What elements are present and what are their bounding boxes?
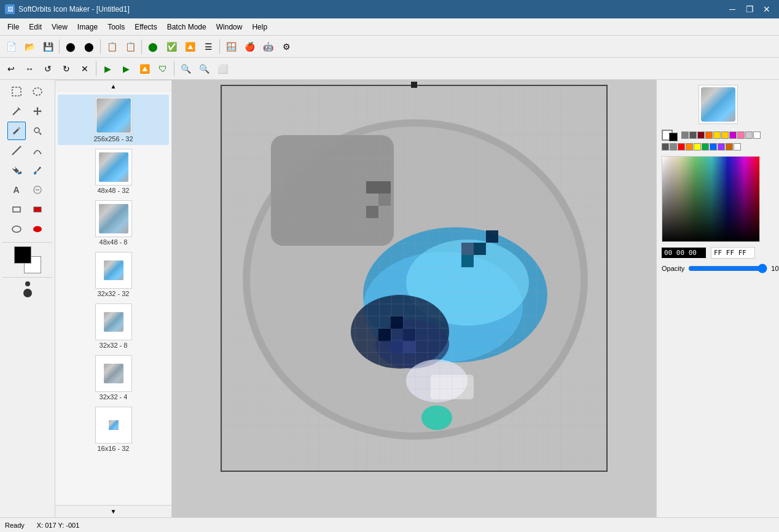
prev-button[interactable]: 🔼 xyxy=(136,60,153,77)
play2-button[interactable]: ▶ xyxy=(117,60,135,77)
rotate-ccw-button[interactable]: ↺ xyxy=(39,60,57,77)
close-button[interactable]: ✕ xyxy=(759,2,774,17)
tb-windows-icon[interactable]: 🪟 xyxy=(222,38,240,55)
icon-item-32-8[interactable]: 32x32 - 8 xyxy=(58,301,169,351)
menu-item-effects[interactable]: Effects xyxy=(130,20,162,34)
pal-yellow[interactable] xyxy=(713,131,721,139)
bg-hex-input[interactable] xyxy=(711,247,755,259)
pal-gold[interactable] xyxy=(721,131,729,139)
pal-orange[interactable] xyxy=(705,131,713,139)
color-picker[interactable] xyxy=(662,156,760,242)
menu-item-image[interactable]: Image xyxy=(72,20,103,34)
svg-line-6 xyxy=(12,146,21,155)
rotate-cw-button[interactable]: ↻ xyxy=(58,60,75,77)
fit-button[interactable]: ⬜ xyxy=(214,60,231,77)
menu-item-window[interactable]: Window xyxy=(211,20,248,34)
fg-bg-colors[interactable] xyxy=(14,246,41,273)
blur-tool[interactable] xyxy=(28,181,47,199)
tb-green-circle[interactable]: ⬤ xyxy=(144,38,162,55)
tb-apple-icon[interactable]: 🍎 xyxy=(241,38,258,55)
pal-dark-gray[interactable] xyxy=(689,131,697,139)
airbrush-tool[interactable] xyxy=(28,122,47,140)
fg-swatch-small[interactable] xyxy=(669,133,678,141)
tb-paste[interactable]: 📋 xyxy=(122,38,139,55)
pal-violet[interactable] xyxy=(718,143,725,151)
cancel-button[interactable]: ✕ xyxy=(76,60,93,77)
curve-tool[interactable] xyxy=(28,141,47,160)
pal-blue[interactable] xyxy=(710,143,717,151)
pal-white2[interactable] xyxy=(734,143,741,151)
menu-item-view[interactable]: View xyxy=(47,20,72,34)
menu-item-batch mode[interactable]: Batch Mode xyxy=(162,20,211,34)
ellipse-tool[interactable] xyxy=(7,220,26,238)
svg-rect-39 xyxy=(403,329,415,341)
new-button[interactable]: 📄 xyxy=(2,38,20,55)
icon-item-32-32[interactable]: 32x32 - 32 xyxy=(58,249,169,300)
dropper-tool[interactable] xyxy=(28,161,47,179)
restore-button[interactable]: ❐ xyxy=(742,2,757,17)
icon-item-16[interactable]: 16x16 - 32 xyxy=(58,404,169,455)
line-tool[interactable] xyxy=(7,141,26,160)
icon-item-32-4[interactable]: 32x32 - 4 xyxy=(58,353,169,403)
pal-green[interactable] xyxy=(702,143,709,151)
wand-tool[interactable] xyxy=(7,102,26,120)
text-tool[interactable]: A xyxy=(7,181,26,199)
pal-white[interactable] xyxy=(753,131,761,139)
pal-pink[interactable] xyxy=(737,131,745,139)
icon-item-48-8[interactable]: 48x48 - 8 xyxy=(58,198,169,248)
fill-tool[interactable] xyxy=(7,161,26,179)
pal-dark-red[interactable] xyxy=(697,131,705,139)
pal-purple[interactable] xyxy=(729,131,737,139)
zoom-out-button[interactable]: 🔍 xyxy=(195,60,213,77)
tb-settings-icon[interactable]: ⚙ xyxy=(278,38,295,55)
pal-r2-c2[interactable] xyxy=(670,143,677,151)
pal-light-gray[interactable] xyxy=(745,131,753,139)
undo-button[interactable]: ↩ xyxy=(2,60,20,77)
pal-r2-c1[interactable] xyxy=(662,143,669,151)
save-button[interactable]: 💾 xyxy=(39,38,57,55)
move-tool[interactable] xyxy=(28,102,47,120)
tb-menu[interactable]: ☰ xyxy=(200,38,217,55)
shield-button[interactable]: 🛡 xyxy=(154,60,171,77)
menu-item-tools[interactable]: Tools xyxy=(103,20,130,34)
pal-red[interactable] xyxy=(678,143,685,151)
tb-arrow-up[interactable]: 🔼 xyxy=(181,38,198,55)
brush-size-large[interactable] xyxy=(23,289,32,297)
canvas-handle-top[interactable] xyxy=(411,82,417,88)
icon-item-256[interactable]: 256x256 - 32 xyxy=(58,95,169,145)
sidebar-scroll-up[interactable]: ▲ xyxy=(55,80,171,92)
pal-brown[interactable] xyxy=(726,143,733,151)
minimize-button[interactable]: ─ xyxy=(725,2,740,17)
menu-item-help[interactable]: Help xyxy=(247,20,272,34)
svg-line-5 xyxy=(39,133,41,135)
fill-ellipse-tool[interactable] xyxy=(28,220,47,238)
flip-h-button[interactable]: ↔ xyxy=(21,60,38,77)
icon-item-48-32[interactable]: 48x48 - 32 xyxy=(58,146,169,197)
tb-copy[interactable]: 📋 xyxy=(103,38,120,55)
pal-yellow2[interactable] xyxy=(694,143,701,151)
rect-select-tool[interactable] xyxy=(7,200,26,219)
zoom-in-button[interactable]: 🔍 xyxy=(177,60,194,77)
brush-size-small[interactable] xyxy=(25,281,30,286)
select-lasso-tool[interactable] xyxy=(28,82,47,101)
menu-item-file[interactable]: File xyxy=(2,20,24,34)
hex-values-row xyxy=(662,247,774,259)
pal-orange2[interactable] xyxy=(686,143,693,151)
pal-gray[interactable] xyxy=(681,131,689,139)
fill-rect-tool[interactable] xyxy=(28,200,47,219)
tb-circle1[interactable]: ⬤ xyxy=(62,38,79,55)
play-button[interactable]: ▶ xyxy=(99,60,116,77)
sidebar-scroll-down[interactable]: ▼ xyxy=(55,505,171,517)
fg-hex-input[interactable] xyxy=(662,248,706,258)
foreground-color-swatch[interactable] xyxy=(14,246,31,264)
tb-android-icon[interactable]: 🤖 xyxy=(259,38,276,55)
tb-circle2[interactable]: ⬤ xyxy=(80,38,98,55)
open-button[interactable]: 📂 xyxy=(21,38,38,55)
tb-check[interactable]: ✅ xyxy=(163,38,180,55)
opacity-slider[interactable] xyxy=(688,264,767,273)
pencil-tool[interactable] xyxy=(7,122,26,140)
menu-item-edit[interactable]: Edit xyxy=(24,20,47,34)
sidebar-scroll-area: 256x256 - 32 48x48 - 32 48x48 - 8 32x32 … xyxy=(55,92,171,505)
pixel-canvas-container[interactable] xyxy=(221,85,608,472)
select-rect-tool[interactable] xyxy=(7,82,26,101)
